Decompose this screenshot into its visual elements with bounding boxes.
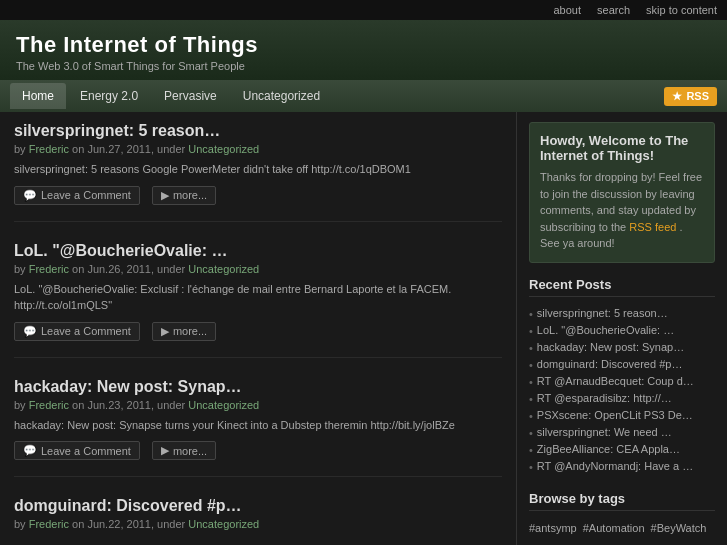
post-category-3[interactable]: Uncategorized (188, 518, 259, 530)
post-actions-1: 💬 Leave a Comment▶ more... (14, 322, 502, 341)
post-action-0-1[interactable]: ▶ more... (152, 186, 216, 205)
skip-to-content-link[interactable]: skip to content (646, 4, 717, 16)
post-action-1-0[interactable]: 💬 Leave a Comment (14, 322, 140, 341)
post-title-0: silverspringnet: 5 reason… (14, 122, 502, 140)
tag-0[interactable]: #antsymp (529, 522, 580, 534)
post-actions-0: 💬 Leave a Comment▶ more... (14, 186, 502, 205)
post-category-2[interactable]: Uncategorized (188, 399, 259, 411)
post-author-2[interactable]: Frederic (29, 399, 69, 411)
content-area: silverspringnet: 5 reason…by Frederic on… (0, 112, 517, 545)
post-author-3[interactable]: Frederic (29, 518, 69, 530)
comment-icon-2: 💬 (23, 444, 37, 457)
browse-tags-title: Browse by tags (529, 491, 715, 511)
recent-post-link-5[interactable]: RT @esparadisibz: http://… (537, 392, 672, 404)
welcome-text1: Thanks for dropping by! Feel free to joi… (540, 171, 702, 233)
post-meta-1: by Frederic on Jun.26, 2011, under Uncat… (14, 263, 502, 275)
post-excerpt-2: hackaday: New post: Synapse turns your K… (14, 417, 502, 434)
post-3: domguinard: Discovered #p…by Frederic on… (14, 497, 502, 545)
post-2: hackaday: New post: Synap…by Frederic on… (14, 378, 502, 478)
recent-posts-list: silverspringnet: 5 reason…LoL. "@Boucher… (529, 305, 715, 475)
post-action-0-0[interactable]: 💬 Leave a Comment (14, 186, 140, 205)
post-meta-0: by Frederic on Jun.27, 2011, under Uncat… (14, 143, 502, 155)
site-title: The Internet of Things (16, 32, 711, 58)
more-icon-0: ▶ (161, 189, 169, 202)
comment-icon-0: 💬 (23, 189, 37, 202)
recent-post-item-9: RT @AndyNormandj: Have a … (529, 458, 715, 475)
rss-feed-link[interactable]: RSS feed (629, 221, 676, 233)
nav-item-energy[interactable]: Energy 2.0 (68, 83, 150, 109)
post-title-3: domguinard: Discovered #p… (14, 497, 502, 515)
recent-post-link-1[interactable]: LoL. "@BoucherieOvalie: … (537, 324, 674, 336)
recent-post-link-2[interactable]: hackaday: New post: Synap… (537, 341, 684, 353)
recent-post-link-8[interactable]: ZigBeeAlliance: CEA Appla… (537, 443, 680, 455)
rss-label: RSS (686, 90, 709, 102)
rss-button[interactable]: ★ RSS (664, 87, 717, 106)
post-1: LoL. "@BoucherieOvalie: …by Frederic on … (14, 242, 502, 358)
post-title-2: hackaday: New post: Synap… (14, 378, 502, 396)
post-excerpt-1: LoL. "@BoucherieOvalie: Exclusif : l'éch… (14, 281, 502, 314)
welcome-body: Thanks for dropping by! Feel free to joi… (540, 169, 704, 252)
main-content: silverspringnet: 5 reason…by Frederic on… (0, 112, 727, 545)
tags-widget: Browse by tags #antsymp #Automation #Bey… (529, 491, 715, 546)
tag-1[interactable]: #Automation (583, 522, 648, 534)
nav: Home Energy 2.0 Pervasive Uncategorized … (0, 80, 727, 112)
more-icon-2: ▶ (161, 444, 169, 457)
nav-item-uncategorized[interactable]: Uncategorized (231, 83, 332, 109)
recent-post-link-4[interactable]: RT @ArnaudBecquet: Coup d… (537, 375, 694, 387)
post-category-0[interactable]: Uncategorized (188, 143, 259, 155)
post-title-1: LoL. "@BoucherieOvalie: … (14, 242, 502, 260)
nav-item-home[interactable]: Home (10, 83, 66, 109)
search-link[interactable]: search (597, 4, 630, 16)
recent-post-item-5: RT @esparadisibz: http://… (529, 390, 715, 407)
tags-cloud: #antsymp #Automation #BeyWatch #CEINews … (529, 519, 715, 546)
post-action-2-0[interactable]: 💬 Leave a Comment (14, 441, 140, 460)
post-category-1[interactable]: Uncategorized (188, 263, 259, 275)
recent-post-item-3: domguinard: Discovered #p… (529, 356, 715, 373)
recent-post-item-0: silverspringnet: 5 reason… (529, 305, 715, 322)
post-author-1[interactable]: Frederic (29, 263, 69, 275)
recent-posts-widget: Recent Posts silverspringnet: 5 reason…L… (529, 277, 715, 475)
post-meta-2: by Frederic on Jun.23, 2011, under Uncat… (14, 399, 502, 411)
post-action-2-1[interactable]: ▶ more... (152, 441, 216, 460)
recent-post-item-1: LoL. "@BoucherieOvalie: … (529, 322, 715, 339)
about-link[interactable]: about (554, 4, 582, 16)
post-action-1-1[interactable]: ▶ more... (152, 322, 216, 341)
recent-post-link-6[interactable]: PSXscene: OpenCLit PS3 De… (537, 409, 693, 421)
header: The Internet of Things The Web 3.0 of Sm… (0, 20, 727, 80)
welcome-title: Howdy, Welcome to The Internet of Things… (540, 133, 704, 163)
nav-item-pervasive[interactable]: Pervasive (152, 83, 229, 109)
more-icon-1: ▶ (161, 325, 169, 338)
recent-post-link-3[interactable]: domguinard: Discovered #p… (537, 358, 683, 370)
rss-icon: ★ (672, 90, 682, 103)
post-author-0[interactable]: Frederic (29, 143, 69, 155)
recent-post-link-7[interactable]: silverspringnet: We need … (537, 426, 672, 438)
recent-post-item-6: PSXscene: OpenCLit PS3 De… (529, 407, 715, 424)
recent-post-link-0[interactable]: silverspringnet: 5 reason… (537, 307, 668, 319)
post-0: silverspringnet: 5 reason…by Frederic on… (14, 122, 502, 222)
post-meta-3: by Frederic on Jun.22, 2011, under Uncat… (14, 518, 502, 530)
recent-post-link-9[interactable]: RT @AndyNormandj: Have a … (537, 460, 693, 472)
tag-2[interactable]: #BeyWatch (651, 522, 707, 534)
recent-post-item-2: hackaday: New post: Synap… (529, 339, 715, 356)
recent-post-item-8: ZigBeeAlliance: CEA Appla… (529, 441, 715, 458)
recent-post-item-4: RT @ArnaudBecquet: Coup d… (529, 373, 715, 390)
top-bar: about search skip to content (0, 0, 727, 20)
post-actions-2: 💬 Leave a Comment▶ more... (14, 441, 502, 460)
site-subtitle: The Web 3.0 of Smart Things for Smart Pe… (16, 60, 711, 72)
welcome-widget: Howdy, Welcome to The Internet of Things… (529, 122, 715, 263)
recent-post-item-7: silverspringnet: We need … (529, 424, 715, 441)
comment-icon-1: 💬 (23, 325, 37, 338)
sidebar: Howdy, Welcome to The Internet of Things… (517, 112, 727, 545)
post-excerpt-0: silverspringnet: 5 reasons Google PowerM… (14, 161, 502, 178)
recent-posts-title: Recent Posts (529, 277, 715, 297)
